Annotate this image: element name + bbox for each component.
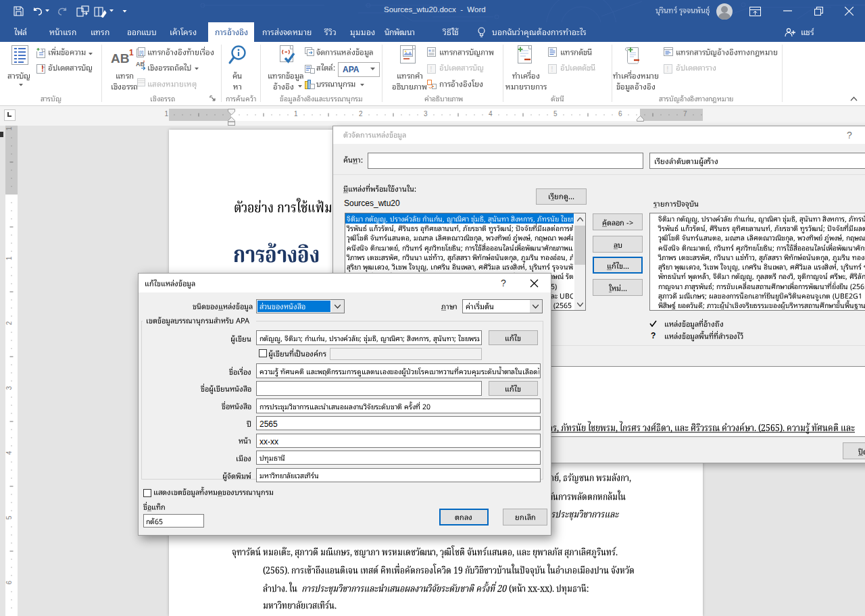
svg-text:!: ! — [666, 65, 669, 73]
svg-text:[i]: [i] — [139, 49, 143, 55]
svg-text:!: ! — [430, 65, 432, 73]
svg-text:!: ! — [41, 64, 44, 74]
svg-text:!: ! — [551, 65, 553, 73]
